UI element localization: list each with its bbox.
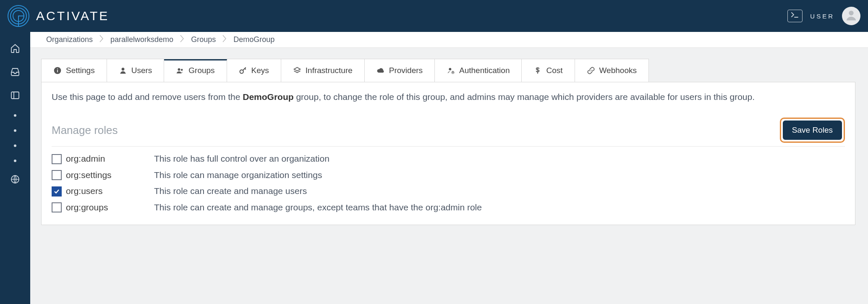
intro-suffix: group, to change the role of this group,… <box>294 92 755 102</box>
svg-rect-4 <box>11 92 19 99</box>
tab-providers[interactable]: Providers <box>365 59 435 82</box>
sidebar-home[interactable] <box>10 44 21 55</box>
chevron-right-icon <box>99 35 104 45</box>
tab-label: Groups <box>188 66 214 75</box>
tab-label: Users <box>131 66 152 75</box>
terminal-icon <box>791 12 799 20</box>
users-icon <box>176 66 184 75</box>
avatar[interactable] <box>842 7 860 25</box>
save-roles-highlight: Save Roles <box>780 118 845 143</box>
role-desc: This role can create and manage users <box>154 185 307 197</box>
role-name: org:groups <box>66 201 154 214</box>
roles-title: Manage roles <box>52 123 118 139</box>
role-checkbox-org-settings[interactable] <box>52 170 62 180</box>
logo-icon <box>8 5 29 27</box>
layers-icon <box>293 66 301 75</box>
tab-label: Infrastructure <box>306 66 353 75</box>
logo-text: ACTIVATE <box>36 9 109 23</box>
sidebar-panel[interactable] <box>10 91 21 102</box>
role-checkbox-org-groups[interactable] <box>52 202 62 212</box>
link-icon <box>587 66 595 75</box>
role-desc: This role can manage organization settin… <box>154 169 322 181</box>
save-roles-button[interactable]: Save Roles <box>783 121 842 140</box>
sidebar-dot-4[interactable] <box>14 160 16 162</box>
user-gear-icon <box>447 66 455 75</box>
svg-point-12 <box>181 69 183 71</box>
panel-icon <box>10 90 20 102</box>
svg-point-14 <box>449 68 451 71</box>
breadcrumb-groups[interactable]: Groups <box>185 35 222 44</box>
tab-users[interactable]: Users <box>107 59 165 82</box>
chevron-right-icon <box>222 35 227 45</box>
svg-point-10 <box>121 68 124 71</box>
user-icon <box>119 66 127 75</box>
tab-label: Authentication <box>459 66 510 75</box>
key-icon <box>239 66 247 75</box>
tab-authentication[interactable]: Authentication <box>435 59 522 82</box>
role-name: org:admin <box>66 152 154 165</box>
breadcrumb-organizations[interactable]: Organizations <box>40 35 99 44</box>
tab-label: Settings <box>66 66 95 75</box>
tab-label: Cost <box>546 66 562 75</box>
tab-label: Webhooks <box>599 66 637 75</box>
role-row: org:users This role can create and manag… <box>52 185 845 197</box>
tab-keys[interactable]: Keys <box>227 59 281 82</box>
roles-list: org:admin This role has full control ove… <box>52 152 845 214</box>
chevron-right-icon <box>180 35 184 45</box>
info-icon <box>53 66 62 75</box>
role-row: org:settings This role can manage organi… <box>52 169 845 181</box>
home-icon <box>10 43 20 55</box>
inbox-icon <box>10 67 20 79</box>
tab-infrastructure[interactable]: Infrastructure <box>281 59 365 82</box>
svg-point-3 <box>849 10 853 15</box>
intro-prefix: Use this page to add and remove users fr… <box>52 92 243 102</box>
tab-label: Keys <box>251 66 269 75</box>
role-row: org:admin This role has full control ove… <box>52 152 845 165</box>
sidebar <box>0 32 30 304</box>
terminal-button[interactable] <box>787 10 803 22</box>
tab-label: Providers <box>389 66 423 75</box>
cloud-icon <box>376 66 385 75</box>
role-name: org:settings <box>66 169 154 181</box>
svg-point-11 <box>178 68 180 71</box>
tab-webhooks[interactable]: Webhooks <box>575 59 648 82</box>
role-row: org:groups This role can create and mana… <box>52 201 845 214</box>
sidebar-dot-1[interactable] <box>14 114 16 117</box>
breadcrumb-group-name[interactable]: DemoGroup <box>227 35 280 44</box>
role-checkbox-org-users[interactable] <box>52 186 62 197</box>
dollar-icon <box>533 66 542 75</box>
intro-text: Use this page to add and remove users fr… <box>52 91 845 103</box>
svg-point-15 <box>452 72 453 73</box>
breadcrumb: Organizations parallelworksdemo Groups D… <box>30 32 868 48</box>
tab-groups[interactable]: Groups <box>164 59 227 82</box>
user-icon <box>845 9 858 23</box>
svg-rect-9 <box>57 68 58 69</box>
sidebar-inbox[interactable] <box>10 67 21 78</box>
role-desc: This role can create and manage groups, … <box>154 201 482 214</box>
sidebar-dot-2[interactable] <box>14 129 16 132</box>
user-label: USER <box>810 13 834 20</box>
intro-group-name: DemoGroup <box>243 92 293 102</box>
tab-panel: Use this page to add and remove users fr… <box>41 82 855 225</box>
role-checkbox-org-admin[interactable] <box>52 154 62 164</box>
svg-point-13 <box>240 70 243 73</box>
breadcrumb-org-name[interactable]: parallelworksdemo <box>105 35 179 44</box>
svg-rect-8 <box>57 70 58 72</box>
role-desc: This role has full control over an organ… <box>154 152 329 165</box>
sidebar-dot-3[interactable] <box>14 144 16 147</box>
app-header: ACTIVATE USER <box>0 0 868 32</box>
main-content: Organizations parallelworksdemo Groups D… <box>30 32 868 304</box>
tab-bar: Settings Users Groups Keys Infrastructur… <box>41 59 649 82</box>
tab-settings[interactable]: Settings <box>42 59 107 82</box>
check-icon <box>53 188 60 195</box>
sidebar-globe[interactable] <box>10 175 21 186</box>
tab-cost[interactable]: Cost <box>522 59 575 82</box>
role-name: org:users <box>66 185 154 197</box>
globe-icon <box>10 174 20 186</box>
logo[interactable]: ACTIVATE <box>8 5 109 27</box>
